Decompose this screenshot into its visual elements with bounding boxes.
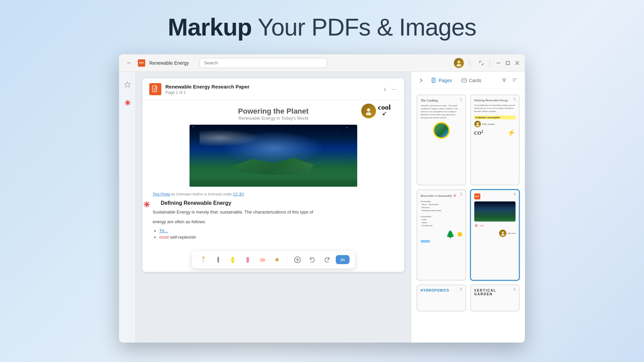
svg-rect-25 [261,260,265,261]
thumb-lightning: ⚡ [507,129,516,137]
undo-button[interactable] [306,254,318,266]
annotation-avatar [361,104,376,118]
eraser-tool[interactable] [256,254,268,266]
thumbnail-4[interactable]: 4 PDF ✳ must add no [470,189,520,280]
back-button[interactable]: ← [124,58,134,68]
marker-tool[interactable] [241,254,254,266]
add-tool[interactable] [291,254,304,266]
headline-rest: Your PDFs & Images [252,14,476,41]
svg-rect-7 [153,86,157,92]
expand-button[interactable] [479,61,484,65]
pencil-tool[interactable] [197,254,209,266]
thumb-avatar-4 [499,230,506,237]
svg-rect-19 [231,257,234,262]
filter-button[interactable] [499,76,509,85]
thumb-content-5: 5 HYDROPONICS [417,285,466,311]
svg-marker-22 [247,261,249,263]
svg-point-46 [502,232,504,234]
divider2 [490,60,490,66]
thumb-page-num-2: 2 [514,97,516,101]
thumb-page-num-1: 1 [460,97,462,101]
doc-menu-button[interactable]: ⋯ [391,85,397,93]
thumb-globe-icon [433,122,450,139]
thumb-red-star: ✳ [474,223,478,228]
highlight-tool[interactable] [227,254,239,266]
svg-point-11 [367,108,370,112]
cards-tab-label: Cards [469,78,481,83]
section-wrapper: ✳ Defining Renewable Energy [153,200,394,206]
toolbar-divider [287,256,287,264]
svg-marker-17 [217,261,219,263]
active-tool-label[interactable]: ds [336,255,350,264]
bullet-item-2: must self-replenish [159,235,394,240]
photo-link[interactable]: This Photo [153,192,170,196]
right-panel: Pages Cards [411,72,525,343]
thumb-page-num-5: 5 [460,287,462,291]
doc-type-icon: PDF [138,59,145,67]
asterisk-icon[interactable]: ✳ [121,97,133,109]
document-title: Renewable Energy Research Paper [165,84,250,89]
svg-marker-20 [231,262,234,263]
pen-tool[interactable] [212,254,224,266]
thumbnail-3[interactable]: 3 Renewable vs Sustainable ✳ Renewable: … [417,189,466,280]
thumb-page-num-3: 3 [460,192,462,196]
thumb-content-4: 4 PDF ✳ must add no [471,190,519,254]
section-asterisk: ✳ [143,200,150,209]
svg-point-44 [477,122,479,124]
page-main-title: Powering the Planet [153,107,394,116]
toolbar-inner: ds [192,251,355,268]
page-main-subtitle: Renewable Energy in Today's World [153,116,394,121]
thumb-page-num-6: 6 [514,287,516,291]
redo-button[interactable] [321,254,333,266]
close-button[interactable] [515,61,520,65]
user-avatar[interactable] [454,58,464,68]
thumb-content-6: 6 VERTICAL GARDEN [471,285,519,311]
search-input[interactable] [200,58,327,68]
pages-tab-label: Pages [439,78,452,83]
thumbnail-grid: 1 The Cooking Scientific controversy is … [411,89,525,343]
svg-point-1 [457,64,461,66]
thumb-title-5: HYDROPONICS [421,289,462,292]
section-text1: Sustainable Energy is merely that: susta… [153,209,394,216]
document-content: Powering the Planet Renewable Energy in … [143,100,404,248]
thumbnail-6[interactable]: 6 VERTICAL GARDEN [470,285,520,311]
bullet-item-1: Th... [159,228,394,233]
sort-button[interactable] [510,76,520,85]
thumbnail-5[interactable]: 5 HYDROPONICS [417,285,466,311]
markup-toolbar: ds [143,251,404,268]
bullet-2-text: must [159,235,170,240]
document-card: Renewable Energy Research Paper Page 1 o… [143,78,404,272]
page-number: 1 [384,87,386,92]
svg-point-47 [501,234,504,236]
cc-link[interactable]: CC BY [233,192,245,196]
pages-tab[interactable]: Pages [427,76,456,85]
cards-tab[interactable]: Cards [458,76,485,85]
title-bar: ← PDF Renewable Energy [119,54,525,72]
svg-rect-36 [462,79,467,82]
pages-tab-wrapper: Pages [427,76,456,85]
bullet-2-rest: self-replenish [170,235,196,240]
thumb-co2: CO2 [474,129,483,136]
bullet-list: Th... must self-replenish [153,228,394,240]
minimize-button[interactable] [496,61,501,65]
cool-arrow: ↙ [378,110,391,117]
maximize-button[interactable] [505,61,510,65]
window-title: Renewable Energy [149,60,189,66]
section-text2: energy are often as follows: [153,219,394,226]
thumbnail-2[interactable]: 2 Defining Renewable Energy The prolifer… [470,95,520,185]
doc-header-right: 1 ⋯ [384,85,397,93]
svg-point-0 [458,61,460,63]
shapes-tool[interactable] [271,254,283,266]
thumb-page-num-4: 4 [514,192,516,196]
thumb-earth-img [474,201,516,222]
window-controls [479,60,520,66]
thumbnail-1[interactable]: 1 The Cooking Scientific controversy is … [417,95,466,185]
thumb-avatar-2 [474,121,481,127]
svg-point-28 [277,259,277,260]
panel-expand-button[interactable] [417,76,426,85]
svg-marker-14 [203,261,204,263]
main-area: ✳ Renewable Energy Research Paper Page 1… [119,72,525,343]
thumb-content-1: 1 The Cooking Scientific controversy is … [417,95,466,159]
star-icon[interactable] [121,78,133,90]
headline: Markup Your PDFs & Images [168,13,476,41]
